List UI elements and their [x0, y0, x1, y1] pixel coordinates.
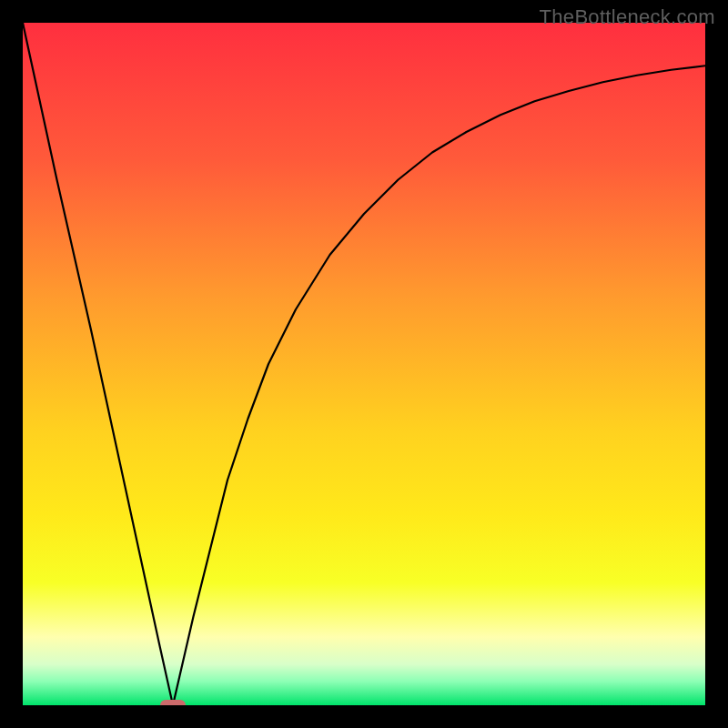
- plot-background: [23, 23, 705, 705]
- minimum-marker: [160, 700, 186, 705]
- watermark-text: TheBottleneck.com: [540, 5, 715, 29]
- chart-frame: TheBottleneck.com: [0, 0, 728, 728]
- chart-svg: [23, 23, 705, 705]
- plot-area: [23, 23, 705, 705]
